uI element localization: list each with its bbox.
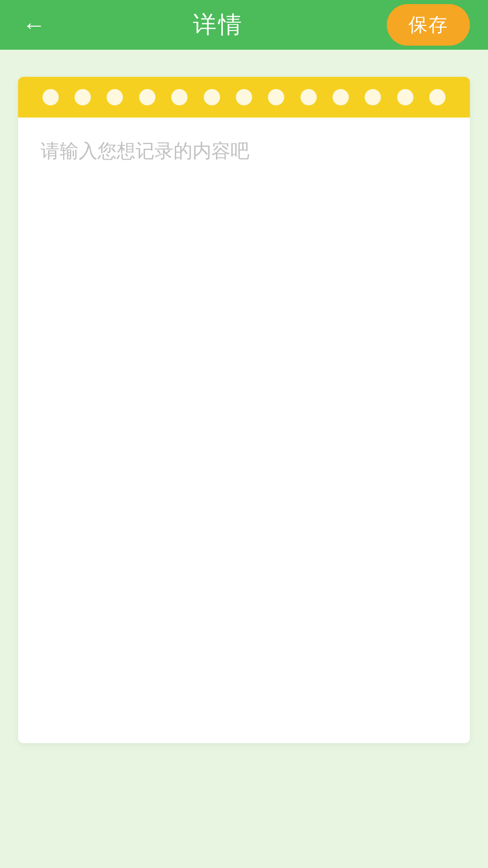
notebook-dot [107, 89, 123, 105]
notebook-dot [300, 89, 317, 105]
notebook-dot [333, 89, 349, 105]
page-title: 详情 [193, 9, 244, 41]
notebook-card [18, 77, 470, 743]
content-textarea[interactable] [41, 136, 447, 723]
notebook-dot [75, 89, 91, 105]
app-header: ← 详情 保存 [0, 0, 488, 50]
notebook-dot [397, 89, 413, 105]
main-content [0, 50, 488, 868]
save-button[interactable]: 保存 [387, 4, 470, 46]
notebook-dot [42, 89, 59, 105]
notebook-dot [268, 89, 284, 105]
notebook-dot [204, 89, 220, 105]
notebook-dot [365, 89, 381, 105]
notebook-dot [236, 89, 252, 105]
back-icon: ← [22, 13, 46, 37]
notebook-header-strip [18, 77, 470, 118]
notebook-dot [139, 89, 155, 105]
notebook-dot [171, 89, 188, 105]
notebook-dot [429, 89, 446, 105]
notebook-body [18, 118, 470, 743]
back-button[interactable]: ← [18, 9, 50, 41]
